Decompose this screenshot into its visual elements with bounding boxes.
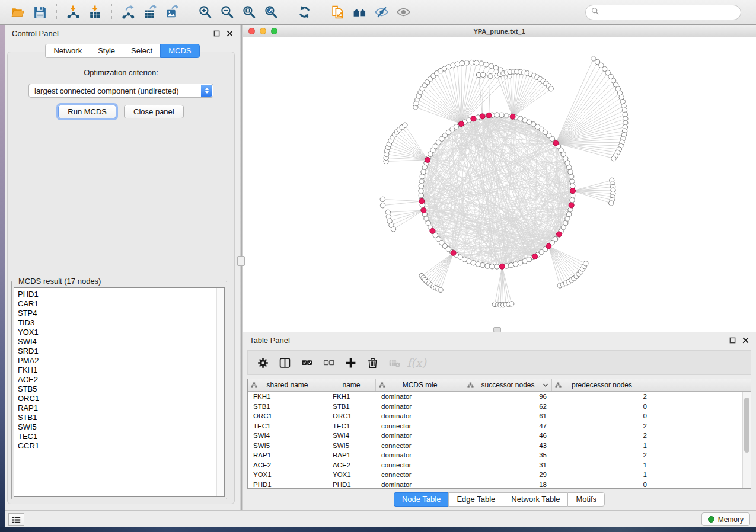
- mcds-node-item[interactable]: CAR1: [18, 299, 224, 309]
- save-session-icon[interactable]: [29, 3, 51, 22]
- vertical-splitter-grip[interactable]: [237, 256, 245, 266]
- table-row[interactable]: SWI4SWI4dominator462: [248, 431, 742, 441]
- function-builder-label: f(x): [407, 356, 426, 369]
- close-panel-button[interactable]: Close panel: [124, 105, 184, 118]
- column-label: predecessor nodes: [572, 381, 632, 389]
- tab-select[interactable]: Select: [123, 44, 160, 58]
- mcds-node-item[interactable]: TID3: [18, 318, 224, 328]
- mcds-node-item[interactable]: PMA2: [18, 356, 224, 366]
- column-header-name[interactable]: name: [327, 379, 376, 391]
- minimize-light[interactable]: [260, 28, 266, 34]
- import-network-icon[interactable]: [62, 3, 84, 22]
- delete-columns-icon[interactable]: [363, 354, 382, 371]
- close-light[interactable]: [248, 28, 255, 34]
- hide-selected-icon[interactable]: [371, 3, 393, 22]
- search-icon: [591, 7, 599, 18]
- cell-shared-name: SWI4: [248, 432, 327, 439]
- mcds-node-item[interactable]: YOX1: [18, 328, 224, 337]
- cell-shared-name: SWI5: [248, 442, 327, 449]
- mcds-node-item[interactable]: PHD1: [18, 290, 224, 299]
- function-builder-icon[interactable]: f(x): [407, 354, 426, 371]
- table-panel-title: Table Panel: [250, 336, 290, 345]
- tab-mcds[interactable]: MCDS: [160, 44, 199, 58]
- table-scrollbar[interactable]: [742, 392, 751, 488]
- tab-network[interactable]: Network: [45, 44, 90, 58]
- zoom-fit-icon[interactable]: [238, 3, 260, 22]
- column-header-predecessor-nodes[interactable]: predecessor nodes: [552, 379, 652, 391]
- table-tab-network-table[interactable]: Network Table: [503, 492, 567, 507]
- mcds-node-item[interactable]: STP4: [18, 309, 224, 318]
- float-icon[interactable]: [729, 337, 736, 344]
- mcds-node-item[interactable]: GCR1: [18, 441, 224, 451]
- table-row[interactable]: TEC1TEC1connector472: [248, 421, 742, 431]
- control-panel: Control Panel NetworkStyleSelectMCDS Opt…: [5, 25, 240, 510]
- table-row[interactable]: YOX1YOX1connector291: [248, 470, 742, 480]
- table-tab-edge-table[interactable]: Edge Table: [448, 492, 503, 507]
- column-header-successor-nodes[interactable]: successor nodes: [464, 379, 552, 391]
- clone-network-icon[interactable]: [327, 3, 349, 22]
- table-scrollbar-thumb[interactable]: [744, 398, 749, 453]
- create-column-icon[interactable]: [342, 354, 360, 371]
- export-network-icon[interactable]: [117, 3, 139, 22]
- horizontal-splitter-grip[interactable]: [493, 327, 501, 332]
- table-row[interactable]: PHD1PHD1dominator180: [248, 480, 742, 489]
- mcds-node-item[interactable]: FKH1: [18, 366, 224, 375]
- toolbar-separator: [189, 4, 189, 21]
- close-icon[interactable]: [227, 30, 233, 37]
- delete-table-icon[interactable]: [385, 354, 404, 371]
- mcds-node-item[interactable]: ORC1: [18, 394, 224, 403]
- table-row[interactable]: ORC1ORC1dominator610: [248, 411, 742, 421]
- search-box[interactable]: [585, 5, 741, 20]
- zoom-in-icon[interactable]: [194, 3, 216, 22]
- mcds-node-item[interactable]: STB1: [18, 413, 224, 422]
- status-list-button[interactable]: [8, 513, 24, 526]
- memory-button[interactable]: Memory: [701, 512, 750, 526]
- export-image-icon[interactable]: [161, 3, 183, 22]
- cell-successor-nodes: 96: [464, 393, 552, 400]
- mcds-node-item[interactable]: STB5: [18, 384, 224, 394]
- table-row[interactable]: SWI5SWI5connector431: [248, 441, 742, 451]
- network-titlebar[interactable]: YPA_prune.txt_1: [243, 25, 756, 37]
- export-table-icon[interactable]: [139, 3, 161, 22]
- cell-successor-nodes: 43: [464, 442, 552, 449]
- open-folder-icon[interactable]: [7, 3, 29, 22]
- table-row[interactable]: ACE2ACE2connector311: [248, 460, 742, 470]
- sort-desc-icon[interactable]: [543, 383, 548, 387]
- deselect-all-icon[interactable]: [320, 354, 338, 371]
- network-canvas[interactable]: [243, 37, 756, 332]
- column-header-mcds-role[interactable]: MCDS role: [376, 379, 464, 391]
- mcds-node-item[interactable]: SRD1: [18, 347, 224, 356]
- tab-style[interactable]: Style: [90, 44, 123, 58]
- mcds-node-item[interactable]: ACE2: [18, 375, 224, 384]
- table-tab-motifs[interactable]: Motifs: [567, 492, 605, 507]
- column-header-shared-name[interactable]: shared name: [248, 379, 327, 391]
- float-icon[interactable]: [213, 30, 220, 37]
- settings-icon[interactable]: [254, 354, 272, 371]
- import-table-icon[interactable]: [84, 3, 106, 22]
- refresh-icon[interactable]: [294, 3, 315, 22]
- mcds-buttons-row: Run MCDS Close panel: [8, 105, 234, 118]
- cell-shared-name: STB1: [248, 403, 327, 410]
- mcds-node-item[interactable]: TEC1: [18, 432, 224, 441]
- select-all-icon[interactable]: [298, 354, 316, 371]
- zoom-out-icon[interactable]: [216, 3, 238, 22]
- show-all-icon[interactable]: [393, 3, 414, 22]
- table-row[interactable]: FKH1FKH1dominator962: [248, 392, 742, 402]
- table-tab-node-table[interactable]: Node Table: [394, 492, 449, 507]
- table-row[interactable]: STB1STB1dominator620: [248, 402, 742, 412]
- mcds-result-list[interactable]: PHD1CAR1STP4TID3YOX1SWI4SRD1PMA2FKH1ACE2…: [14, 287, 225, 497]
- optimization-criterion-select[interactable]: largest connected component (undirected): [28, 84, 213, 98]
- mcds-node-item[interactable]: SWI4: [18, 337, 224, 347]
- show-neighbors-icon[interactable]: [349, 3, 371, 22]
- split-panel-icon[interactable]: [276, 354, 294, 371]
- list-scrollbar[interactable]: [216, 288, 224, 496]
- mcds-node-item[interactable]: SWI5: [18, 422, 224, 432]
- close-icon[interactable]: [742, 337, 749, 344]
- run-mcds-button[interactable]: Run MCDS: [58, 105, 116, 118]
- table-row[interactable]: RAP1RAP1dominator352: [248, 450, 742, 460]
- memory-label: Memory: [718, 515, 744, 524]
- search-input[interactable]: [603, 8, 735, 17]
- mcds-node-item[interactable]: RAP1: [18, 403, 224, 413]
- zoom-light[interactable]: [271, 28, 277, 34]
- zoom-selected-icon[interactable]: [260, 3, 282, 22]
